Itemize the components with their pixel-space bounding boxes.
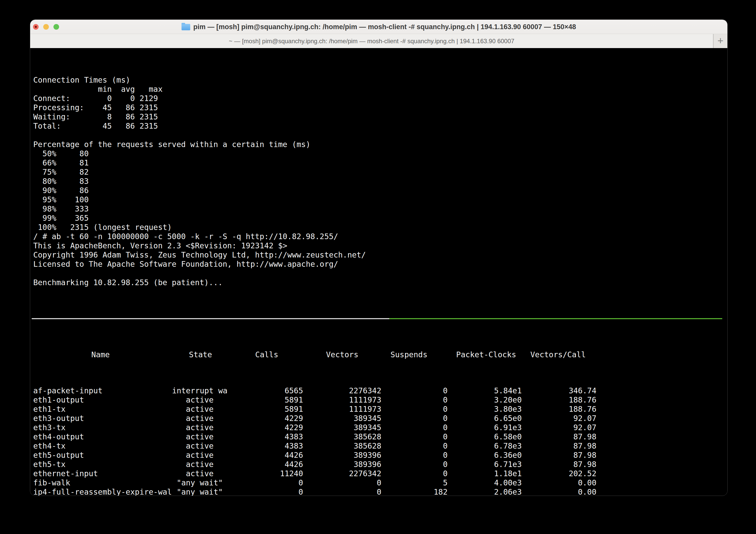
- col-header-calls: Calls: [255, 350, 278, 359]
- cell-vectors-per-call: 202.52: [569, 469, 596, 478]
- cell-calls: 11240: [280, 469, 303, 478]
- cell-packet-clocks: 5.84e1: [494, 386, 522, 395]
- cell-calls: 4426: [284, 451, 303, 460]
- cell-name: ip4-full-reassembly-expire-wal: [33, 488, 172, 495]
- minimize-button[interactable]: [43, 24, 49, 30]
- runtime-table-row: ip4-full-reassembly-expire-wal"any wait"…: [33, 488, 727, 495]
- cell-name: eth1-output: [33, 395, 84, 405]
- cell-vectors-per-call: 0.00: [578, 488, 596, 495]
- cell-packet-clocks: 3.20e0: [494, 395, 522, 405]
- cell-suspends: 0: [443, 432, 447, 441]
- cell-vectors-per-call: 92.07: [573, 423, 596, 432]
- cell-name: eth5-output: [33, 451, 84, 460]
- tab-active[interactable]: ~ — [mosh] pim@squanchy.ipng.ch: /home/p…: [30, 34, 713, 48]
- cell-vectors-per-call: 87.98: [573, 432, 596, 441]
- cell-name: af-packet-input: [33, 386, 102, 395]
- terminal-line: / # ab -t 60 -n 100000000 -c 5000 -k -r …: [33, 232, 727, 241]
- runtime-table-row: eth1-outputactive5891111197303.20e0188.7…: [33, 395, 727, 405]
- tab-label: ~ — [mosh] pim@squanchy.ipng.ch: /home/p…: [229, 38, 514, 45]
- col-header-name: Name: [91, 350, 110, 359]
- apachebench-output: Connection Times (ms) min avg maxConnect…: [33, 75, 727, 287]
- close-button[interactable]: [33, 24, 39, 30]
- terminal-window: pim — [mosh] pim@squanchy.ipng.ch: /home…: [30, 20, 727, 495]
- cell-suspends: 0: [443, 395, 447, 405]
- runtime-table-row: eth4-outputactive438338562806.58e087.98: [33, 432, 727, 441]
- terminal-line: Total: 45 86 2315: [33, 121, 727, 131]
- cell-suspends: 5: [443, 478, 447, 488]
- runtime-table-row: fib-walk"any wait"0054.00e30.00: [33, 478, 727, 488]
- runtime-table-body: af-packet-inputinterrupt wa6565227634205…: [33, 386, 727, 495]
- pane-divider-inactive-segment: [32, 318, 389, 319]
- cell-state: active: [186, 423, 214, 432]
- tmux-pane-divider[interactable]: [33, 314, 727, 323]
- cell-vectors-per-call: 346.74: [569, 386, 596, 395]
- cell-state: active: [186, 395, 214, 405]
- terminal-line: 95% 100: [33, 195, 727, 204]
- terminal-screen[interactable]: Connection Times (ms) min avg maxConnect…: [30, 48, 727, 495]
- cell-vectors: 389396: [354, 451, 381, 460]
- cell-vectors-per-call: 0.00: [578, 478, 596, 488]
- cell-packet-clocks: 4.00e3: [494, 478, 522, 488]
- cell-calls: 4383: [284, 441, 303, 451]
- plus-icon: +: [717, 36, 723, 46]
- cell-name: eth4-output: [33, 432, 84, 441]
- window-title-group: pim — [mosh] pim@squanchy.ipng.ch: /home…: [181, 23, 576, 31]
- cell-suspends: 182: [434, 488, 447, 495]
- cell-vectors: 2276342: [349, 469, 381, 478]
- terminal-line: Connection Times (ms): [33, 75, 727, 85]
- runtime-table-header: Name State Calls Vectors Suspends Packet…: [33, 350, 727, 359]
- cell-calls: 0: [298, 478, 303, 488]
- cell-state: active: [186, 432, 214, 441]
- cell-suspends: 0: [443, 441, 447, 451]
- col-header-vectors: Vectors: [326, 350, 358, 359]
- cell-vectors: 389345: [354, 414, 381, 423]
- col-header-state: State: [189, 350, 212, 359]
- cell-state: active: [186, 441, 214, 451]
- cell-vectors: 0: [377, 488, 381, 495]
- cell-name: eth1-tx: [33, 405, 66, 414]
- cell-state: active: [186, 405, 214, 414]
- terminal-content: Connection Times (ms) min avg maxConnect…: [33, 49, 727, 495]
- cell-calls: 6565: [284, 386, 303, 395]
- terminal-line: This is ApacheBench, Version 2.3 <$Revis…: [33, 241, 727, 251]
- cell-packet-clocks: 6.78e3: [494, 441, 522, 451]
- terminal-line: 99% 365: [33, 214, 727, 223]
- runtime-table-row: af-packet-inputinterrupt wa6565227634205…: [33, 386, 727, 395]
- terminal-line: Licensed to The Apache Software Foundati…: [33, 259, 727, 269]
- col-header-suspends: Suspends: [391, 350, 428, 359]
- window-title: pim — [mosh] pim@squanchy.ipng.ch: /home…: [193, 23, 576, 31]
- runtime-table-row: eth1-txactive5891111197303.80e3188.76: [33, 405, 727, 414]
- cell-vectors: 2276342: [349, 386, 381, 395]
- cell-vectors: 389396: [354, 460, 381, 469]
- cell-vectors-per-call: 188.76: [569, 395, 596, 405]
- cell-state: active: [186, 414, 214, 423]
- cell-calls: 4383: [284, 432, 303, 441]
- terminal-line: Percentage of the requests served within…: [33, 140, 727, 149]
- new-tab-button[interactable]: +: [713, 34, 727, 48]
- runtime-table-row: eth5-outputactive442638939606.36e087.98: [33, 451, 727, 460]
- cell-vectors-per-call: 92.07: [573, 414, 596, 423]
- terminal-line: 80% 83: [33, 177, 727, 186]
- terminal-line: [33, 131, 727, 140]
- cell-state: active: [186, 469, 214, 478]
- folder-icon: [181, 24, 190, 30]
- pane-divider-active-segment: [389, 318, 722, 319]
- zoom-button[interactable]: [53, 24, 59, 30]
- col-header-vectors-per-call: Vectors/Call: [530, 350, 586, 359]
- cell-name: eth3-tx: [33, 423, 66, 432]
- cell-suspends: 0: [443, 405, 447, 414]
- terminal-line: 98% 333: [33, 204, 727, 214]
- cell-calls: 4229: [284, 414, 303, 423]
- runtime-table-row: eth3-txactive422938934506.91e392.07: [33, 423, 727, 432]
- cell-calls: 4229: [284, 423, 303, 432]
- cell-state: active: [186, 460, 214, 469]
- cell-calls: 0: [298, 488, 303, 495]
- cell-state: "any wait": [177, 488, 223, 495]
- window-titlebar[interactable]: pim — [mosh] pim@squanchy.ipng.ch: /home…: [30, 20, 727, 34]
- cell-vectors: 1111973: [349, 395, 381, 405]
- terminal-line: 66% 81: [33, 158, 727, 168]
- col-header-packet-clocks: Packet-Clocks: [456, 350, 516, 359]
- cell-suspends: 0: [443, 460, 447, 469]
- cell-state: active: [186, 451, 214, 460]
- cell-name: fib-walk: [33, 478, 70, 488]
